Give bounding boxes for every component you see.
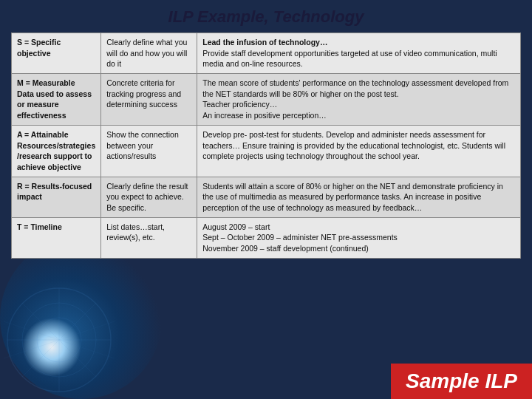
- col1-t: T = Timeline: [12, 217, 101, 258]
- table-row-a: A = AttainableResources/strategies /rese…: [12, 125, 521, 177]
- col1-m: M = MeasurableData used to assess or mea…: [12, 74, 101, 126]
- table-row-r: R = Results-focused impactClearly define…: [12, 177, 521, 217]
- page-title: ILP Example, Technology: [11, 7, 521, 27]
- col2-m: Concrete criteria for tracking progress …: [101, 74, 197, 126]
- col3-r: Students will attain a score of 80% or h…: [197, 177, 521, 217]
- col2-a: Show the connection between your actions…: [101, 125, 197, 177]
- col3-s: Lead the infusion of technology…Provide …: [197, 33, 521, 74]
- col1-s: S = Specific objective: [12, 33, 101, 74]
- col3-t: August 2009 – startSept – October 2009 –…: [197, 217, 521, 258]
- table-row-m: M = MeasurableData used to assess or mea…: [12, 74, 521, 126]
- col2-r: Clearly define the result you expect to …: [101, 177, 197, 217]
- col2-s: Clearly define what you will do and how …: [101, 33, 197, 74]
- col2-t: List dates…start, review(s), etc.: [101, 217, 197, 258]
- bg-lines-svg: [0, 251, 148, 399]
- main-table: S = Specific objectiveClearly define wha…: [11, 33, 521, 259]
- table-row-s: S = Specific objectiveClearly define wha…: [12, 33, 521, 74]
- table-row-t: T = TimelineList dates…start, review(s),…: [12, 217, 521, 258]
- page-container: ILP Example, Technology S = Specific obj…: [0, 0, 532, 266]
- col1-r: R = Results-focused impact: [12, 177, 101, 217]
- col3-m: The mean score of students' performance …: [197, 74, 521, 126]
- col1-a: A = AttainableResources/strategies /rese…: [12, 125, 101, 177]
- bottom-label: Sample ILP: [391, 364, 532, 399]
- col3-a: Develop pre- post-test for students. Dev…: [197, 125, 521, 177]
